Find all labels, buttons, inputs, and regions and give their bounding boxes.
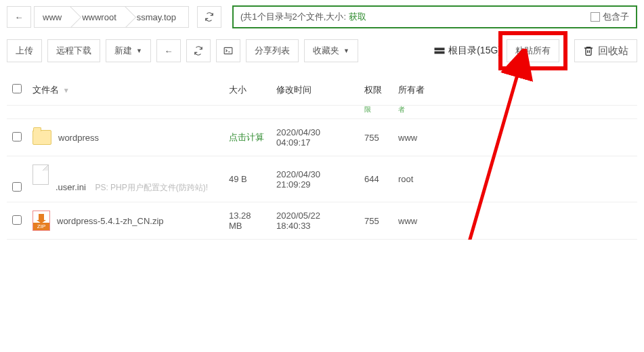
col-perm-header[interactable]: 权限: [359, 76, 393, 106]
refresh-button[interactable]: [197, 6, 221, 28]
file-mtime: 2020/05/22 18:40:33: [271, 202, 359, 240]
breadcrumb-item[interactable]: ssmay.top: [129, 7, 188, 27]
row-checkbox[interactable]: [12, 215, 22, 225]
table-row[interactable]: wordpress 点击计算 2020/04/30 04:09:17 755 w…: [7, 119, 637, 156]
file-owner: www: [393, 119, 433, 156]
svg-rect-2: [435, 51, 445, 54]
svg-rect-0: [224, 47, 232, 53]
trash-icon: [583, 45, 594, 57]
terminal-button[interactable]: [216, 39, 240, 62]
zip-icon: [33, 211, 50, 231]
col-size-header[interactable]: 大小: [223, 76, 271, 106]
paste-all-highlight: 粘贴所有: [507, 39, 559, 62]
row-checkbox[interactable]: [12, 132, 22, 141]
chevron-down-icon: ▼: [136, 47, 142, 54]
breadcrumb: www wwwroot ssmay.top: [34, 6, 189, 28]
disk-info[interactable]: 根目录(15G): [433, 45, 501, 57]
include-sub-label[interactable]: 包含子: [591, 11, 629, 23]
disk-icon: [433, 45, 446, 57]
paste-all-button[interactable]: 粘贴所有: [507, 39, 559, 62]
col-owner-header[interactable]: 所有者: [393, 76, 433, 106]
file-note: PS: PHP用户配置文件(防跨站)!: [95, 183, 208, 192]
upload-button[interactable]: 上传: [7, 39, 42, 62]
file-table: 文件名 ▼ 大小 修改时间 权限 所有者 限者 wordpress 点击计算 2…: [7, 76, 637, 240]
include-sub-checkbox[interactable]: [591, 12, 600, 22]
new-button[interactable]: 新建▼: [106, 39, 151, 62]
sort-icon: ▼: [63, 87, 70, 94]
select-all-checkbox[interactable]: [12, 84, 22, 93]
refresh-icon: [205, 12, 214, 22]
file-name[interactable]: wordpress-5.4.1-zh_CN.zip: [57, 216, 164, 226]
file-mtime: 2020/04/30 21:09:29: [271, 156, 359, 202]
file-name[interactable]: .user.ini: [56, 182, 86, 192]
trash-button[interactable]: 回收站: [574, 39, 637, 62]
file-perm: 755: [359, 202, 393, 240]
file-owner: www: [393, 202, 433, 240]
table-row[interactable]: .user.ini PS: PHP用户配置文件(防跨站)! 49 B 2020/…: [7, 156, 637, 202]
size-calc-link[interactable]: 点击计算: [229, 132, 264, 142]
summary-box: (共1个目录与2个文件,大小: 获取 包含子: [232, 5, 637, 28]
terminal-icon: [223, 46, 233, 56]
back-button[interactable]: ←: [156, 39, 181, 62]
refresh-icon: [194, 46, 203, 56]
favorites-button[interactable]: 收藏夹▼: [304, 39, 358, 62]
col-name-header[interactable]: 文件名 ▼: [27, 76, 223, 106]
share-list-button[interactable]: 分享列表: [246, 39, 299, 62]
file-name[interactable]: wordpress: [58, 133, 99, 143]
file-size: 13.28 MB: [223, 202, 271, 240]
row-checkbox[interactable]: [12, 182, 22, 192]
nav-back-button[interactable]: ←: [7, 6, 31, 28]
file-mtime: 2020/04/30 04:09:17: [271, 119, 359, 156]
file-icon: [33, 164, 49, 185]
col-mtime-header[interactable]: 修改时间: [271, 76, 359, 106]
folder-icon: [33, 130, 51, 145]
file-size: 49 B: [223, 156, 271, 202]
remote-download-button[interactable]: 远程下载: [47, 39, 100, 62]
file-perm: 755: [359, 119, 393, 156]
breadcrumb-item[interactable]: www: [35, 7, 74, 27]
breadcrumb-item[interactable]: wwwroot: [74, 7, 129, 27]
chevron-down-icon: ▼: [343, 47, 349, 54]
svg-rect-1: [435, 48, 445, 51]
summary-text: (共1个目录与2个文件,大小: 获取: [240, 11, 366, 23]
reload-button[interactable]: [186, 39, 211, 62]
file-owner: root: [393, 156, 433, 202]
file-perm: 644: [359, 156, 393, 202]
table-row[interactable]: wordpress-5.4.1-zh_CN.zip 13.28 MB 2020/…: [7, 202, 637, 240]
